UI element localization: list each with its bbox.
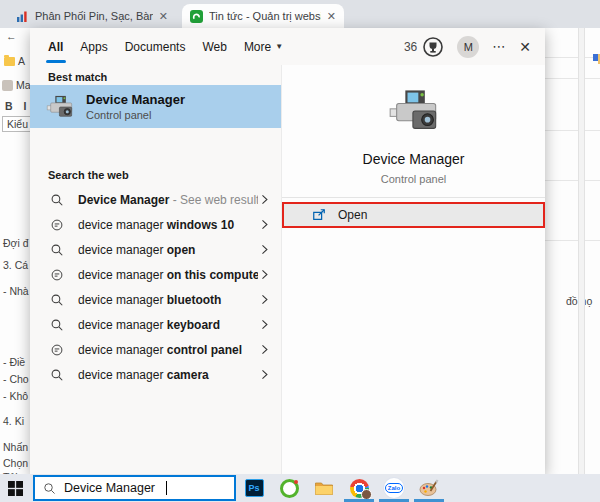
suggestion-text-segment: device manager: [78, 343, 167, 357]
zalo-label: Zalo: [385, 483, 403, 493]
background-text-fragment: - Cho: [3, 373, 29, 385]
preview-divider: [282, 197, 545, 198]
open-action-button[interactable]: Open: [282, 202, 545, 228]
filter-tab-web[interactable]: Web: [202, 28, 226, 65]
paint-palette-icon: [419, 478, 439, 498]
suggestion-text-segment: windows 10: [167, 218, 234, 232]
browser-tab-2-active[interactable]: Tin tức - Quản trị website ✕: [182, 4, 344, 28]
bg-divider: [545, 240, 600, 241]
background-text-fragment: Ma: [2, 79, 31, 91]
preview-subtitle: Control panel: [381, 173, 446, 185]
search-suggestion-row[interactable]: device manager bluetooth: [30, 287, 281, 312]
suggestion-text-segment: device manager: [78, 293, 167, 307]
tab-title: Tin tức - Quản trị website: [209, 10, 321, 22]
search-filter-bar: All Apps Documents Web More ▼ 36 M: [30, 28, 545, 65]
suggestion-text-segment: open: [167, 243, 196, 257]
filter-tab-documents[interactable]: Documents: [125, 28, 186, 65]
search-icon: [50, 293, 64, 307]
suggestion-text-segment: device manager: [78, 243, 167, 257]
chrome-logo: [350, 479, 369, 498]
user-avatar[interactable]: M: [457, 36, 479, 58]
background-text-fragment: A: [4, 55, 25, 67]
comment-suggestion-icon: [50, 218, 64, 232]
suggestion-text: Device Manager - See web results: [78, 193, 258, 207]
search-suggestion-row[interactable]: Device Manager - See web results: [30, 187, 281, 212]
search-suggestion-row[interactable]: device manager camera: [30, 362, 281, 387]
taskbar-photoshop-icon[interactable]: Ps: [244, 478, 264, 498]
rewards-button[interactable]: 36: [404, 36, 444, 58]
background-text-fragment: - Khô: [3, 390, 28, 402]
preview-pane: Device Manager Control panel Open: [281, 65, 545, 474]
background-text-fragment: Nhấn: [3, 441, 28, 453]
best-match-section-label: Best match: [48, 71, 107, 83]
tab-title: Phân Phối Pin, Sạc, Bàn Phím, Má: [35, 10, 153, 22]
start-button[interactable]: [0, 481, 30, 496]
search-flyout-panel: All Apps Documents Web More ▼ 36 M: [30, 28, 545, 474]
search-suggestion-row[interactable]: device manager keyboard: [30, 312, 281, 337]
open-action-label: Open: [338, 208, 367, 222]
suggestion-text: device manager windows 10: [78, 218, 258, 232]
search-icon: [50, 243, 64, 257]
comment-suggestion-icon: [50, 343, 64, 357]
taskbar-paint-icon[interactable]: [419, 478, 439, 498]
search-icon: [50, 368, 64, 382]
filter-tab-apps[interactable]: Apps: [80, 28, 107, 65]
tab-close-icon[interactable]: ✕: [327, 10, 336, 23]
suggestion-text: device manager keyboard: [78, 318, 258, 332]
suggestion-text-segment: device manager: [78, 268, 167, 282]
taskbar-chrome-icon[interactable]: [349, 478, 369, 498]
device-manager-icon-large: [388, 85, 440, 137]
folder-icon: [314, 478, 334, 498]
taskbar-coccoc-icon[interactable]: [279, 478, 299, 498]
browser-tab-bar: Phân Phối Pin, Sạc, Bàn Phím, Má ✕ Tin t…: [0, 0, 600, 28]
suggestion-text: device manager open: [78, 243, 258, 257]
close-search-button[interactable]: ✕: [519, 39, 531, 55]
browser-tab-1[interactable]: Phân Phối Pin, Sạc, Bàn Phím, Má ✕: [8, 4, 176, 28]
chrome-profile-avatar: [361, 489, 372, 500]
options-ellipsis-button[interactable]: ⋯: [492, 39, 506, 54]
text-caret: [166, 481, 167, 495]
filter-tab-more[interactable]: More ▼: [244, 28, 283, 65]
suggestion-text: device manager on this computer: [78, 268, 258, 282]
suggestion-text-segment: keyboard: [167, 318, 220, 332]
browser-scrollbar[interactable]: [578, 28, 585, 474]
suggestion-text: device manager camera: [78, 368, 258, 382]
photoshop-badge: Ps: [245, 479, 264, 497]
suggestion-text-segment: control panel: [167, 343, 242, 357]
suggestion-text: device manager control panel: [78, 343, 258, 357]
taskbar-file-explorer-icon[interactable]: [314, 478, 334, 498]
search-suggestion-row[interactable]: device manager control panel: [30, 337, 281, 362]
search-suggestion-row[interactable]: device manager windows 10: [30, 212, 281, 237]
background-text-fragment: - Nhà: [3, 285, 29, 297]
folder-icon: [4, 57, 15, 66]
best-match-subtitle: Control panel: [86, 109, 185, 121]
chevron-right-icon: [258, 243, 271, 256]
background-text-fragment: 3. Cá: [3, 259, 28, 271]
taskbar-zalo-icon[interactable]: Zalo: [384, 478, 404, 498]
suggestion-text-segment: device manager: [78, 318, 167, 332]
app-icon: [2, 80, 13, 91]
search-suggestion-row[interactable]: device manager on this computer: [30, 262, 281, 287]
rewards-trophy-icon: [422, 36, 444, 58]
suggestion-text-segment: on this computer: [167, 268, 258, 282]
suggestion-text-segment: Device Manager: [78, 193, 169, 207]
search-icon: [50, 193, 64, 207]
filter-tab-more-label: More: [244, 40, 271, 54]
suggestion-text-segment: bluetooth: [167, 293, 222, 307]
suggestion-text: device manager bluetooth: [78, 293, 258, 307]
search-suggestion-row[interactable]: device manager open: [30, 237, 281, 262]
background-text-fragment: 4. Ki: [3, 415, 24, 427]
suggestion-text-segment: device manager: [78, 368, 167, 382]
bg-divider: [545, 78, 600, 79]
best-match-title: Device Manager: [86, 92, 185, 107]
background-text-fragment: ←: [6, 30, 17, 42]
windows-logo-icon: [8, 481, 23, 496]
background-text-fragment: B I: [5, 100, 30, 112]
best-match-result[interactable]: Device Manager Control panel: [30, 85, 281, 128]
coccoc-logo: [280, 479, 299, 498]
taskbar-search-input[interactable]: Device Manager: [33, 475, 236, 501]
filter-tab-all[interactable]: All: [48, 28, 63, 65]
search-input-value: Device Manager: [64, 481, 155, 495]
search-icon: [50, 318, 64, 332]
tab-close-icon[interactable]: ✕: [159, 10, 168, 23]
